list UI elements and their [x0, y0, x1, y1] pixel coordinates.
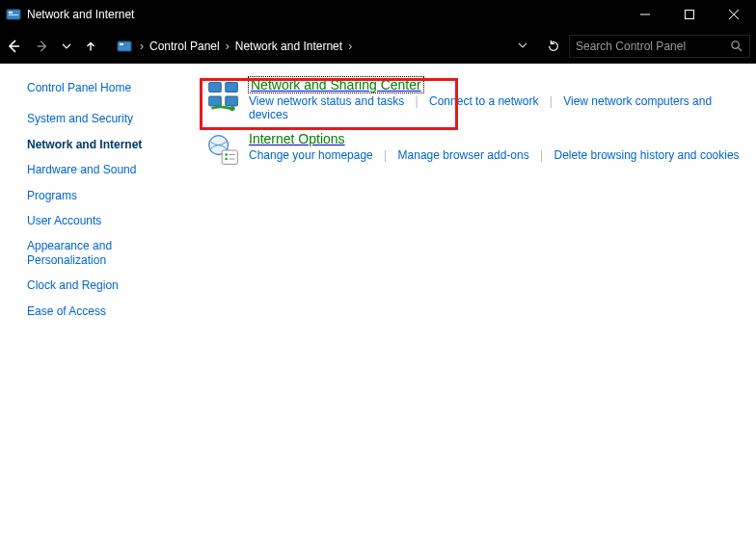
separator: |	[550, 94, 553, 108]
maximize-button[interactable]	[667, 0, 712, 29]
content-pane: Network and Sharing Center View network …	[195, 64, 756, 555]
svg-point-15	[230, 106, 234, 111]
svg-point-20	[225, 158, 228, 161]
sidebar-item-user-accounts[interactable]: User Accounts	[27, 214, 195, 227]
sidebar-item-appearance[interactable]: Appearance and Personalization	[27, 239, 143, 267]
nav-bar: › Control Panel › Network and Internet ›…	[0, 29, 756, 64]
close-button[interactable]	[712, 0, 756, 29]
chevron-right-icon[interactable]: ›	[226, 40, 230, 53]
sidebar: Control Panel Home System and Security N…	[0, 64, 195, 555]
nav-forward-button[interactable]	[29, 33, 56, 60]
link-view-network-status[interactable]: View network status and tasks	[249, 94, 404, 108]
search-input[interactable]: Search Control Panel	[569, 35, 750, 58]
separator: |	[416, 94, 418, 108]
refresh-button[interactable]	[540, 33, 567, 60]
category-title-internet-options[interactable]: Internet Options	[249, 133, 345, 146]
link-delete-history[interactable]: Delete browsing history and cookies	[554, 148, 739, 162]
sidebar-item-system-security[interactable]: System and Security	[27, 112, 195, 125]
nav-back-button[interactable]	[0, 33, 27, 60]
svg-rect-13	[209, 96, 222, 106]
breadcrumb-item-network-internet[interactable]: Network and Internet	[235, 40, 342, 53]
control-panel-icon	[6, 7, 21, 22]
network-sharing-icon	[206, 79, 241, 114]
category-internet-options: Internet Options Change your homepage | …	[206, 131, 746, 168]
sidebar-item-network-internet[interactable]: Network and Internet	[27, 138, 195, 151]
link-connect-network[interactable]: Connect to a network	[429, 94, 538, 108]
nav-history-dropdown[interactable]	[58, 33, 75, 60]
link-change-homepage[interactable]: Change your homepage	[249, 148, 373, 162]
title-bar: Network and Internet	[0, 0, 756, 29]
category-title-network-sharing[interactable]: Network and Sharing Center	[249, 79, 423, 92]
svg-point-18	[225, 153, 228, 156]
breadcrumb-item-control-panel[interactable]: Control Panel	[149, 40, 220, 53]
window-title: Network and Internet	[27, 8, 134, 21]
svg-rect-14	[226, 96, 238, 106]
svg-rect-7	[118, 41, 131, 51]
separator: |	[384, 148, 387, 162]
svg-rect-2	[9, 14, 18, 15]
link-manage-addons[interactable]: Manage browser add-ons	[398, 148, 529, 162]
sidebar-item-ease-access[interactable]: Ease of Access	[27, 304, 195, 318]
svg-rect-11	[209, 83, 222, 92]
category-network-sharing: Network and Sharing Center View network …	[206, 77, 746, 121]
sidebar-item-clock-region[interactable]: Clock and Region	[27, 278, 195, 292]
breadcrumb-dropdown-icon[interactable]	[518, 40, 527, 53]
control-panel-small-icon	[117, 39, 132, 54]
minimize-button[interactable]	[623, 0, 667, 29]
separator: |	[540, 148, 543, 162]
svg-rect-12	[226, 83, 238, 92]
chevron-right-icon[interactable]: ›	[140, 40, 144, 53]
internet-options-icon	[206, 133, 241, 168]
svg-rect-1	[9, 12, 13, 13]
search-placeholder: Search Control Panel	[576, 40, 730, 53]
sidebar-item-programs[interactable]: Programs	[27, 189, 195, 202]
svg-point-9	[732, 41, 739, 48]
chevron-right-icon[interactable]: ›	[348, 40, 352, 53]
search-icon	[730, 40, 743, 53]
svg-rect-8	[120, 43, 123, 45]
breadcrumb[interactable]: › Control Panel › Network and Internet ›	[112, 35, 532, 58]
nav-up-button[interactable]	[77, 33, 104, 60]
sidebar-item-hardware-sound[interactable]: Hardware and Sound	[27, 163, 195, 176]
svg-rect-17	[222, 150, 237, 164]
svg-rect-4	[686, 11, 694, 19]
svg-line-10	[738, 47, 742, 51]
sidebar-home-link[interactable]: Control Panel Home	[27, 81, 195, 94]
